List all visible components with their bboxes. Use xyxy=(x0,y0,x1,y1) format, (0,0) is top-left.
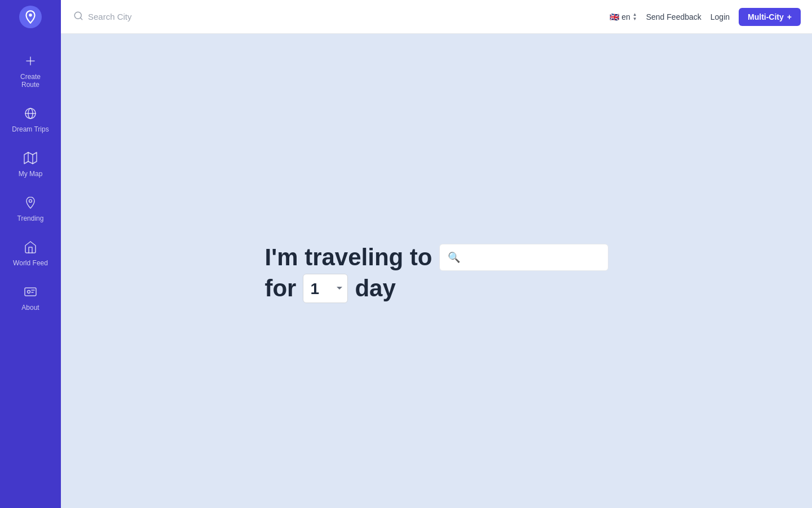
svg-point-0 xyxy=(29,14,32,16)
sidebar: Create Route Dream Trips My Map Trending xyxy=(0,0,61,508)
svg-line-15 xyxy=(80,17,82,19)
travel-text-for: for xyxy=(264,274,296,303)
id-card-icon xyxy=(24,285,37,300)
app-logo-icon xyxy=(19,6,42,28)
send-feedback-button[interactable]: Send Feedback xyxy=(646,12,701,21)
city-search-box[interactable]: 🔍 xyxy=(439,244,608,271)
sidebar-item-label-my-map: My Map xyxy=(19,170,43,178)
sidebar-item-label-dream-trips: Dream Trips xyxy=(12,125,48,133)
search-input[interactable] xyxy=(88,12,257,21)
header: 🇬🇧 en ▲ ▼ Send Feedback Login Multi-City… xyxy=(0,0,812,34)
main-content: I'm traveling to 🔍 for 1 2 3 4 5 6 7 8 9… xyxy=(61,34,812,508)
svg-marker-6 xyxy=(24,152,37,164)
lang-code: en xyxy=(621,12,630,21)
travel-row-2: for 1 2 3 4 5 6 7 8 9 10 day xyxy=(264,274,395,303)
map-icon xyxy=(24,151,37,167)
sidebar-item-label-about: About xyxy=(21,304,39,312)
plus-icon xyxy=(24,54,37,69)
city-search-emoji-icon: 🔍 xyxy=(448,251,460,264)
login-button[interactable]: Login xyxy=(710,12,730,21)
header-actions: 🇬🇧 en ▲ ▼ Send Feedback Login Multi-City… xyxy=(610,8,801,26)
sidebar-item-label-create-route: Create Route xyxy=(20,73,41,89)
sidebar-item-my-map[interactable]: My Map xyxy=(0,142,61,187)
sidebar-item-create-route[interactable]: Create Route xyxy=(0,45,61,98)
lang-arrows-icon: ▲ ▼ xyxy=(633,12,637,21)
svg-point-11 xyxy=(28,291,30,294)
location-icon xyxy=(24,196,37,211)
header-search-area xyxy=(73,11,610,23)
city-search-input[interactable] xyxy=(465,252,600,262)
travel-row-1: I'm traveling to 🔍 xyxy=(264,243,608,271)
multi-city-plus-icon: + xyxy=(787,12,792,21)
sidebar-item-dream-trips[interactable]: Dream Trips xyxy=(0,98,61,142)
svg-point-9 xyxy=(29,200,32,203)
travel-form: I'm traveling to 🔍 for 1 2 3 4 5 6 7 8 9… xyxy=(264,239,608,303)
sidebar-navigation: Create Route Dream Trips My Map Trending xyxy=(0,45,61,321)
multi-city-button[interactable]: Multi-City + xyxy=(739,8,801,26)
language-selector[interactable]: 🇬🇧 en ▲ ▼ xyxy=(610,12,637,21)
sidebar-item-label-world-feed: World Feed xyxy=(13,259,48,267)
sidebar-item-label-trending: Trending xyxy=(17,214,44,222)
flag-icon: 🇬🇧 xyxy=(610,12,619,21)
home-icon xyxy=(24,240,37,256)
search-icon xyxy=(73,11,83,23)
travel-text-heading: I'm traveling to xyxy=(264,243,432,271)
sidebar-item-trending[interactable]: Trending xyxy=(0,187,61,231)
travel-text-day: day xyxy=(355,274,395,303)
sidebar-item-world-feed[interactable]: World Feed xyxy=(0,231,61,276)
globe-icon xyxy=(24,107,37,122)
multi-city-label: Multi-City xyxy=(748,12,784,21)
sidebar-logo xyxy=(0,0,61,34)
days-select[interactable]: 1 2 3 4 5 6 7 8 9 10 xyxy=(303,274,348,303)
sidebar-item-about[interactable]: About xyxy=(0,276,61,321)
